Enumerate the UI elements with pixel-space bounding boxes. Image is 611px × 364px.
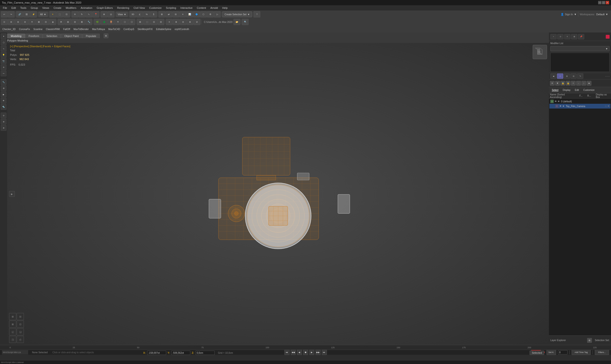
tb2-btn2[interactable]: ⊚ (8, 19, 14, 25)
menu-customize[interactable]: Customize (147, 6, 163, 10)
tab-toggle-button[interactable]: ⊞ (104, 33, 109, 38)
right-grid-button[interactable]: ⊞ (571, 34, 577, 39)
modifier-list-dropdown[interactable]: ▼ (550, 46, 610, 51)
se-tab-select[interactable]: Select (550, 88, 560, 92)
tb2-btn28[interactable]: ⊘ (194, 19, 200, 25)
right-pin-button[interactable]: 📌 (578, 34, 584, 39)
rotate-button[interactable]: ↻ (79, 11, 85, 17)
pivot-button[interactable]: ◎ (108, 11, 114, 17)
grid-icon-7[interactable]: ◳ (9, 336, 16, 343)
tb2-btn17[interactable]: ⚘ (115, 19, 121, 25)
select-window-button[interactable]: ⊡ (63, 11, 70, 17)
tb2-search[interactable]: 🔍 (242, 19, 249, 25)
play-forward[interactable]: ▶ (309, 350, 314, 355)
tb2-btn11[interactable]: ⊟ (72, 19, 78, 25)
track-view-button[interactable]: 📊 (186, 11, 193, 17)
tab-selection[interactable]: Selection (43, 34, 61, 38)
plugin-classtovrmx[interactable]: ClasstoVRMt (44, 28, 61, 31)
angle-snap-button[interactable]: ∠ (136, 11, 143, 17)
layer-manager-button[interactable]: ≡ (179, 11, 186, 17)
render-button[interactable]: ▷ (214, 11, 221, 17)
coord-y-field[interactable]: -506,562ot (171, 351, 190, 355)
menu-interactive[interactable]: Interactive (179, 6, 195, 10)
ls-create-geo[interactable]: ⬡ (1, 39, 6, 45)
tb2-btn9[interactable]: ⟰ (58, 19, 65, 25)
right-tab-hierarchy[interactable]: ≡ (557, 74, 563, 79)
place-button[interactable]: 📍 (92, 11, 99, 17)
scale-button[interactable]: ⤡ (85, 11, 92, 17)
tb2-btn15[interactable]: 🌲 (101, 19, 108, 25)
se-highlight-button[interactable]: ★ (587, 81, 591, 86)
grid-icon-4[interactable]: ⊡ (17, 321, 24, 328)
ls-snap3[interactable]: ⊛ (1, 125, 6, 131)
tab-populate[interactable]: Populate (82, 34, 100, 38)
grid-icon-1[interactable]: ⊞ (9, 313, 16, 320)
layer-checkbox-vis[interactable]: 👁 (555, 100, 557, 103)
plugin-maxtoc4d[interactable]: MaxToC4D (107, 28, 122, 31)
tb2-btn10[interactable]: ⊞ (65, 19, 71, 25)
tb2-btn1[interactable]: ⊙ (1, 19, 8, 25)
render-setup-button[interactable]: ⚙ (207, 11, 214, 17)
add-time-tag-button[interactable]: Add Time Tag (572, 350, 591, 355)
ls-create-shape[interactable]: ∿ (1, 46, 6, 52)
tb2-btn22[interactable]: ⊡ (151, 19, 157, 25)
grid-icon-2[interactable]: ⊟ (17, 313, 24, 320)
grid-icon-8[interactable]: ◴ (17, 336, 24, 343)
tb2-btn13[interactable]: 🔧 (85, 19, 92, 25)
menu-arnold[interactable]: Arnold (208, 6, 220, 10)
view-dropdown[interactable]: View ▼ (116, 12, 128, 17)
menu-edit[interactable]: Edit (10, 6, 18, 10)
filter-dropdown[interactable]: All ▼ (39, 12, 48, 17)
ls-hierarchy[interactable]: ⚙ (1, 85, 6, 91)
tab-object-paint[interactable]: Object Paint (61, 34, 82, 38)
plugin-coronafix[interactable]: CoronaFix (18, 28, 31, 31)
se-unlock-button[interactable]: 🔓 (566, 81, 570, 86)
ls-modify[interactable]: 🔧 (1, 79, 6, 85)
minimize-button[interactable]: — (598, 1, 601, 4)
menu-content[interactable]: Content (195, 6, 208, 10)
play-to-end[interactable]: ⏭ (322, 350, 327, 355)
create-selection-set-button[interactable]: Create Selection Set ▼ (222, 12, 252, 17)
align-button[interactable]: ⊟ (172, 11, 179, 17)
se-tab-display[interactable]: Display (561, 88, 572, 92)
tb2-btn6[interactable]: ⊠ (36, 19, 42, 25)
spinner-snap-button[interactable]: § (150, 11, 157, 17)
se-up-button[interactable]: ↑ (581, 81, 586, 86)
redo-button[interactable]: ↪ (8, 11, 14, 17)
plugin-maxtoblender[interactable]: MaxToBlender (72, 28, 90, 31)
menu-help[interactable]: Help (220, 6, 230, 10)
move-button[interactable]: ✛ (72, 11, 78, 17)
grid-icon-3[interactable]: ⊠ (9, 321, 16, 328)
tb2-btn12[interactable]: ⊠ (79, 19, 85, 25)
tb2-btn27[interactable]: ⊗ (187, 19, 193, 25)
right-tab-grid2[interactable]: ⊟ (570, 74, 577, 79)
tb2-btn23[interactable]: ⊟ (158, 19, 164, 25)
plugin-checker3d[interactable]: Checker_3D (1, 28, 17, 31)
undo-button[interactable]: ↩ (1, 11, 8, 17)
select-region-button[interactable]: ⬚ (56, 11, 63, 17)
se-add-button[interactable]: + (571, 81, 576, 86)
se-remove-button[interactable]: - (576, 81, 581, 86)
tb2-btn25[interactable]: ⊕ (173, 19, 179, 25)
frame-input[interactable]: 0 (558, 350, 568, 354)
se-tab-customize[interactable]: Customize (581, 88, 597, 92)
filters-button[interactable]: Filters... (595, 350, 609, 355)
ls-create-cam[interactable]: 📷 (1, 58, 6, 64)
right-tab-edit[interactable]: ✎ (577, 74, 583, 79)
plugin-skinmorphfix[interactable]: SkinMorphFIX (136, 28, 154, 31)
select-object-button[interactable]: ✦ (49, 11, 56, 17)
tb2-btn20[interactable]: ⊞ (137, 19, 144, 25)
tb2-btn14[interactable]: 🌿 (94, 19, 100, 25)
menu-civil-view[interactable]: Civil View (132, 6, 147, 10)
menu-file[interactable]: File (1, 6, 9, 10)
tb2-btn24[interactable]: ≡ (166, 19, 173, 25)
percent-snap-button[interactable]: % (143, 11, 150, 17)
grid-icon-5[interactable]: ◱ (9, 328, 16, 335)
tb2-btn3[interactable]: ⊛ (15, 19, 22, 25)
tree-item-toy-camera[interactable]: ⬡ 👁 ❄ Toy_Film_Camera □ 👁 (549, 104, 611, 108)
plugin-contexps[interactable]: ContExpS (122, 28, 136, 31)
bind-button[interactable]: ⚡ (30, 11, 37, 17)
menu-graph-editors[interactable]: Graph Editors (95, 6, 115, 10)
tab-modeling[interactable]: Modeling (7, 34, 25, 38)
menu-animation[interactable]: Animation (79, 6, 94, 10)
